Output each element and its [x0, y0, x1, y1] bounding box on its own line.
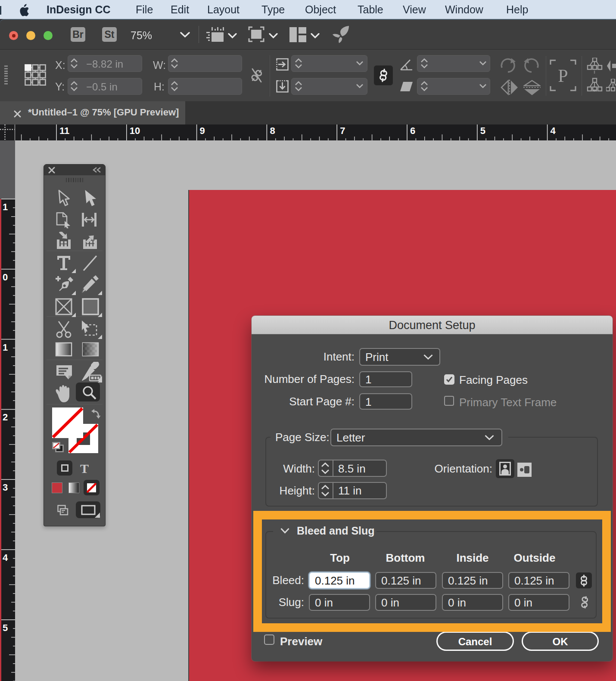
svg-text:10: 10	[130, 125, 140, 136]
svg-text:3: 3	[3, 482, 8, 493]
svg-text:0: 0	[3, 272, 8, 283]
svg-text:5: 5	[480, 125, 485, 136]
svg-text:1: 1	[3, 202, 8, 212]
svg-text:7: 7	[340, 125, 345, 136]
svg-text:5: 5	[3, 622, 8, 633]
svg-text:P: P	[558, 66, 568, 86]
svg-text:6: 6	[410, 125, 415, 136]
svg-text:11: 11	[59, 125, 69, 136]
svg-text:4: 4	[3, 552, 8, 563]
svg-text:4: 4	[551, 125, 556, 136]
svg-text:8: 8	[270, 125, 275, 136]
svg-text:2: 2	[3, 412, 8, 423]
svg-text:9: 9	[200, 125, 205, 136]
svg-text:1: 1	[3, 342, 8, 353]
